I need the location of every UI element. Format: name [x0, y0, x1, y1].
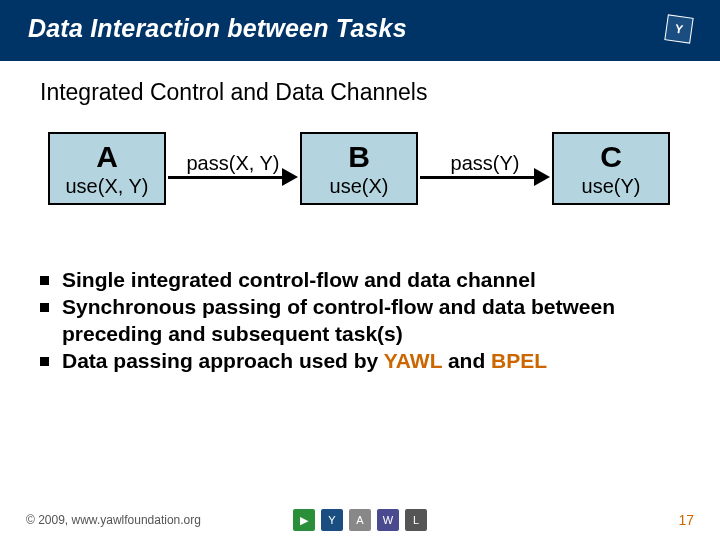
bullet-text: and — [442, 349, 491, 372]
bullet-list: Single integrated control-flow and data … — [0, 215, 720, 375]
slide-footer: © 2009, www.yawlfoundation.org ▶ Y A W L… — [0, 512, 720, 528]
bullet-item: Synchronous passing of control-flow and … — [40, 294, 680, 348]
slide-subtitle: Integrated Control and Data Channels — [0, 61, 720, 110]
footer-logo-icon: Y — [321, 509, 343, 531]
task-name: B — [348, 140, 370, 173]
task-node-a: A use(X, Y) — [48, 132, 166, 205]
page-number: 17 — [678, 512, 694, 528]
copyright-text: © 2009, www.yawlfoundation.org — [26, 513, 201, 527]
arrow-right-icon — [420, 169, 550, 185]
yawl-logo-icon: Y — [664, 14, 693, 43]
task-node-b: B use(X) — [300, 132, 418, 205]
task-node-c: C use(Y) — [552, 132, 670, 205]
flow-diagram: A use(X, Y) pass(X, Y) B use(X) pass(Y) … — [0, 110, 720, 215]
task-use: use(Y) — [582, 173, 641, 199]
task-use: use(X) — [330, 173, 389, 199]
highlight-bpel: BPEL — [491, 349, 547, 372]
task-name: C — [600, 140, 622, 173]
footer-logo-icon: L — [405, 509, 427, 531]
bullet-text: Data passing approach used by — [62, 349, 384, 372]
title-bar: Data Interaction between Tasks Y — [0, 0, 720, 61]
edge-a-b: pass(X, Y) — [168, 152, 298, 185]
footer-logo-strip: ▶ Y A W L — [293, 509, 427, 531]
footer-logo-icon: ▶ — [293, 509, 315, 531]
arrow-right-icon — [168, 169, 298, 185]
highlight-yawl: YAWL — [384, 349, 442, 372]
edge-b-c: pass(Y) — [420, 152, 550, 185]
task-name: A — [96, 140, 118, 173]
bullet-item: Data passing approach used by YAWL and B… — [40, 348, 680, 375]
slide: Data Interaction between Tasks Y Integra… — [0, 0, 720, 540]
task-use: use(X, Y) — [66, 173, 149, 199]
footer-logo-icon: A — [349, 509, 371, 531]
bullet-item: Single integrated control-flow and data … — [40, 267, 680, 294]
slide-title: Data Interaction between Tasks — [28, 14, 407, 43]
footer-logo-icon: W — [377, 509, 399, 531]
